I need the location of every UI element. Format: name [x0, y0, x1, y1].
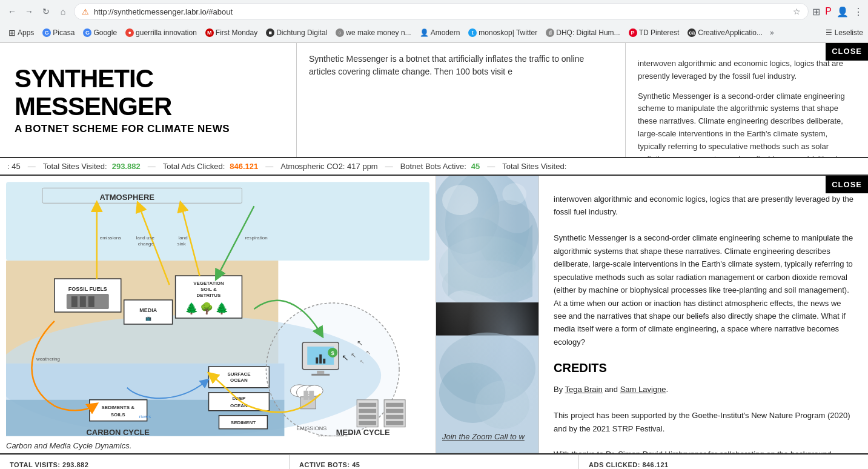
svg-rect-77 — [309, 391, 314, 400]
star-icon[interactable]: ☆ — [793, 7, 801, 16]
svg-point-94 — [439, 363, 505, 423]
browser-toolbar: ← → ↻ ⌂ ⚠ ☆ ⊞ P 👤 ⋮ — [0, 0, 868, 23]
back-button[interactable]: ← — [5, 4, 19, 19]
bookmark-wemakemoney-label: we make money n... — [346, 28, 411, 37]
picasa-icon: G — [42, 28, 51, 37]
close-panel-button[interactable]: CLOSE — [826, 176, 868, 193]
reload-button[interactable]: ↻ — [39, 4, 53, 19]
svg-point-95 — [475, 381, 529, 429]
home-button[interactable]: ⌂ — [56, 4, 70, 19]
profile-icon[interactable]: 👤 — [837, 6, 849, 18]
reading-list[interactable]: ☰ Leseliste — [826, 28, 863, 37]
creative-icon: ca — [687, 28, 696, 37]
dhq-icon: d — [546, 28, 554, 37]
credits-author1-link[interactable]: Tega Brain — [565, 385, 603, 394]
address-bar[interactable]: ⚠ ☆ — [74, 3, 809, 20]
reading-list-label: Leseliste — [835, 28, 863, 37]
bookmark-firstmonday-label: First Monday — [216, 28, 257, 37]
credits-author2-link[interactable]: Sam Lavigne — [620, 385, 666, 394]
total-visits-section: TOTAL VISITS: 293.882 — [0, 455, 290, 469]
right-text-panel: CLOSE interwoven algorithmic and economi… — [539, 176, 868, 453]
svg-text:↖: ↖ — [351, 351, 356, 359]
ticker-divider3: — — [265, 162, 273, 171]
right-panel-text1: interwoven algorithmic and economic logi… — [554, 193, 853, 219]
bookmark-google[interactable]: G Google — [79, 27, 121, 39]
credits-and-text: and — [603, 385, 620, 394]
svg-text:🌳: 🌳 — [200, 302, 214, 315]
forward-button[interactable]: → — [22, 4, 36, 19]
page-subtitle: A BOTNET SCHEME FOR CLIMATE NEWS — [15, 123, 282, 135]
header-section: SYNTHETIC MESSENGER A BOTNET SCHEME FOR … — [0, 43, 868, 158]
svg-text:SEDIMENTS &: SEDIMENTS & — [102, 405, 135, 410]
bookmark-firstmonday[interactable]: M First Monday — [202, 27, 261, 39]
svg-point-87 — [439, 236, 535, 296]
svg-rect-68 — [386, 409, 403, 413]
svg-point-85 — [436, 176, 499, 254]
toolbar-right: ⊞ P 👤 ⋮ — [812, 6, 863, 18]
zoom-call-link[interactable]: Join the Zoom Call to w — [442, 432, 525, 441]
svg-text:SOIL &: SOIL & — [200, 287, 217, 292]
more-bookmarks-button[interactable]: » — [770, 28, 774, 37]
bookmark-google-label: Google — [93, 28, 117, 37]
bookmark-picasa[interactable]: G Picasa — [39, 27, 78, 39]
firstmonday-icon: M — [205, 28, 214, 37]
svg-text:MEDIA: MEDIA — [139, 307, 157, 313]
bookmark-dhq[interactable]: d DHQ: Digital Hum... — [542, 27, 623, 39]
active-bots-label: ACTIVE BOTS: 45 — [299, 461, 569, 468]
svg-text:↖: ↖ — [360, 359, 365, 365]
svg-text:ATMOSPHERE: ATMOSPHERE — [99, 193, 154, 202]
twitter-icon: t — [468, 28, 477, 37]
svg-rect-70 — [386, 421, 403, 425]
bookmark-apps-label: Apps — [18, 28, 34, 37]
browser-chrome: ← → ↻ ⌂ ⚠ ☆ ⊞ P 👤 ⋮ ⊞ Apps G Picasa G Go… — [0, 0, 868, 43]
right-panel-text2: Synthetic Messenger is a second-order cl… — [554, 231, 853, 348]
apps-grid-icon: ⊞ — [8, 28, 16, 38]
svg-text:land: land — [179, 235, 188, 241]
ticker-bots-value: 45 — [471, 162, 480, 171]
ticker-divider4: — — [385, 162, 393, 171]
svg-rect-31 — [90, 400, 147, 421]
bookmark-monoskop[interactable]: t monoskop| Twitter — [465, 27, 541, 39]
svg-text:↖: ↖ — [366, 349, 371, 356]
svg-text:↖: ↖ — [357, 339, 363, 347]
bookmark-guerrilla[interactable]: ● guerrilla innovation — [122, 27, 200, 39]
header-desc-text: Synthetic Messenger is a botnet that art… — [309, 53, 613, 78]
bookmark-pinterest-label: TD Pinterest — [639, 28, 680, 37]
svg-point-89 — [442, 185, 479, 215]
ticker-co2: Atmospheric CO2: 417 ppm — [280, 162, 377, 171]
bookmark-wemakemoney[interactable]: ○ we make money n... — [332, 27, 414, 39]
ticker-divider1: — — [28, 162, 36, 171]
svg-rect-51 — [316, 358, 318, 364]
main-area: ATMOSPHERE FOSSIL FUELS MEDIA 📺 VEGETATI… — [0, 176, 868, 454]
credits-by-text: By — [554, 385, 565, 394]
bookmark-creative[interactable]: ca CreativeApplicatio... — [684, 27, 766, 39]
svg-text:FOSSIL FUELS: FOSSIL FUELS — [68, 286, 107, 292]
svg-point-90 — [502, 183, 526, 205]
svg-rect-52 — [319, 354, 322, 364]
svg-text:SOILS: SOILS — [111, 412, 125, 417]
svg-text:EMISSIONS: EMISSIONS — [296, 425, 326, 431]
pinterest-icon[interactable]: P — [825, 6, 832, 17]
ticker-divider5: — — [487, 162, 495, 171]
extensions-icon[interactable]: ⊞ — [812, 6, 820, 18]
svg-text:$: $ — [331, 350, 334, 356]
bookmark-amodern[interactable]: 👤 Amodern — [416, 27, 464, 39]
svg-point-93 — [439, 333, 535, 405]
credits-thanks-text: With thanks to Dr. Simon David Hirsbrunn… — [554, 448, 853, 453]
svg-rect-83 — [436, 176, 538, 453]
ads-clicked-section: ADS CLICKED: 846.121 — [579, 455, 868, 469]
ticker-visits-label: Total Sites Visited: — [43, 162, 107, 171]
bookmark-dichtung-label: Dichtung Digital — [276, 28, 327, 37]
svg-rect-11 — [80, 296, 86, 307]
svg-text:emissions: emissions — [100, 235, 121, 241]
more-menu-icon[interactable]: ⋮ — [853, 6, 863, 18]
bookmark-apps[interactable]: ⊞ Apps — [5, 26, 38, 39]
credits-period-text: . — [666, 385, 669, 394]
bookmark-dichtung[interactable]: ■ Dichtung Digital — [262, 27, 331, 39]
url-input[interactable] — [94, 7, 788, 16]
svg-text:SURFACE: SURFACE — [227, 371, 250, 377]
close-button[interactable]: CLOSE — [826, 43, 868, 61]
credits-heading: CREDITS — [554, 358, 853, 378]
bookmark-pinterest[interactable]: P TD Pinterest — [625, 27, 683, 39]
svg-text:VEGETATION: VEGETATION — [193, 281, 224, 286]
